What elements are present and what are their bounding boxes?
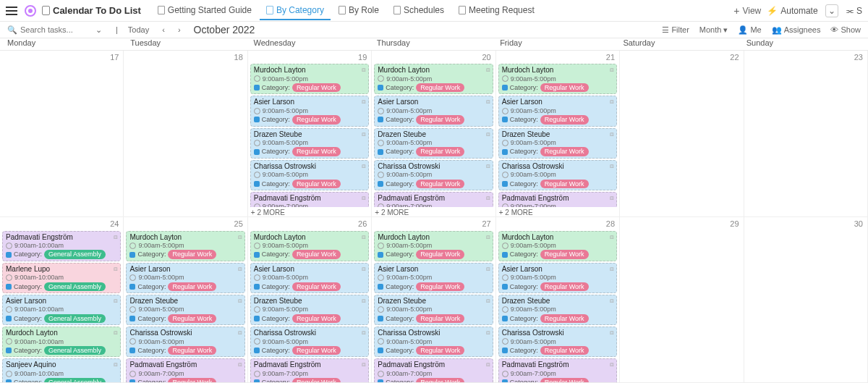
event-card[interactable]: Drazen Steube9:00am-5:00pmCategory:Regul…	[126, 295, 244, 325]
day-cell[interactable]: 30	[744, 217, 868, 384]
day-cell[interactable]: 22	[620, 51, 744, 217]
automate-button[interactable]: ⚡Automate	[767, 6, 817, 16]
event-action-icon[interactable]: ⧈	[610, 130, 614, 138]
event-card[interactable]: Asier Larson9:00am-5:00pmCategory:Regula…	[126, 263, 244, 293]
event-action-icon[interactable]: ⧈	[362, 297, 366, 304]
event-action-icon[interactable]: ⧈	[114, 233, 118, 240]
event-action-icon[interactable]: ⧈	[362, 162, 366, 169]
tab-schedules[interactable]: Schedules	[387, 1, 451, 20]
event-action-icon[interactable]: ⧈	[486, 265, 490, 272]
day-cell[interactable]: 28Murdoch Layton9:00am-5:00pmCategory:Re…	[496, 217, 620, 384]
more-events-link[interactable]: + 2 MORE	[372, 207, 495, 216]
event-action-icon[interactable]: ⧈	[486, 98, 490, 105]
event-action-icon[interactable]: ⧈	[362, 233, 366, 240]
event-action-icon[interactable]: ⧈	[238, 329, 242, 336]
assignees-button[interactable]: 👥 Assignees	[772, 25, 821, 35]
event-card[interactable]: Charissa Ostrowski9:00am-5:00pmCategory:…	[250, 160, 369, 190]
day-cell[interactable]: 29	[620, 217, 744, 384]
event-card[interactable]: Murdoch Layton9:00am-5:00pmCategory:Regu…	[250, 231, 369, 261]
event-card[interactable]: Padmavati Engström9:00am-7:00pmCategory:…	[498, 358, 617, 382]
day-cell[interactable]: 23	[744, 51, 868, 217]
tab-getting-started-guide[interactable]: Getting Started Guide	[151, 1, 258, 20]
prev-month-button[interactable]: ‹	[159, 24, 168, 35]
event-action-icon[interactable]: ⧈	[486, 162, 490, 169]
event-action-icon[interactable]: ⧈	[610, 194, 614, 201]
event-card[interactable]: Sanjeev Aquino9:00am-10:00amCategory:Gen…	[2, 358, 121, 382]
add-view-button[interactable]: +View	[728, 3, 767, 19]
search-dropdown-icon[interactable]: ⌄	[95, 25, 102, 35]
month-select[interactable]: Month ▾	[699, 25, 728, 35]
event-action-icon[interactable]: ⧈	[610, 162, 614, 169]
filter-button[interactable]: ☰ Filter	[662, 25, 689, 35]
event-action-icon[interactable]: ⧈	[362, 130, 366, 138]
event-action-icon[interactable]: ⧈	[610, 297, 614, 304]
event-card[interactable]: Charissa Ostrowski9:00am-5:00pmCategory:…	[126, 327, 244, 357]
event-card[interactable]: Drazen Steube9:00am-5:00pmCategory:Regul…	[250, 128, 369, 159]
menu-icon[interactable]	[6, 4, 19, 17]
event-card[interactable]: Charissa Ostrowski9:00am-5:00pmCategory:…	[498, 160, 617, 190]
event-action-icon[interactable]: ⧈	[486, 194, 490, 201]
event-card[interactable]: Padmavati Engström9:00am-7:00pmCategory:…	[250, 358, 369, 382]
day-cell[interactable]: 17	[0, 51, 124, 217]
event-card[interactable]: Padmavati Engström9:00am-7:00pmCategory:…	[498, 192, 617, 207]
event-card[interactable]: Charissa Ostrowski9:00am-5:00pmCategory:…	[374, 160, 493, 190]
event-action-icon[interactable]: ⧈	[238, 361, 242, 368]
day-cell[interactable]: 27Murdoch Layton9:00am-5:00pmCategory:Re…	[372, 217, 495, 384]
event-action-icon[interactable]: ⧈	[238, 233, 242, 240]
app-logo-icon[interactable]	[25, 5, 36, 17]
event-card[interactable]: Asier Larson9:00am-5:00pmCategory:Regula…	[250, 96, 369, 126]
event-action-icon[interactable]: ⧈	[486, 130, 490, 138]
tab-by-role[interactable]: By Role	[332, 1, 386, 20]
event-card[interactable]: Padmavati Engström9:00am-7:00pmCategory:…	[374, 192, 493, 207]
event-card[interactable]: Murdoch Layton9:00am-5:00pmCategory:Regu…	[126, 231, 244, 261]
event-action-icon[interactable]: ⧈	[362, 361, 366, 368]
event-action-icon[interactable]: ⧈	[114, 361, 118, 368]
event-card[interactable]: Charissa Ostrowski9:00am-5:00pmCategory:…	[498, 327, 617, 357]
event-card[interactable]: Asier Larson9:00am-5:00pmCategory:Regula…	[250, 263, 369, 293]
event-action-icon[interactable]: ⧈	[610, 98, 614, 105]
next-month-button[interactable]: ›	[175, 24, 184, 35]
event-action-icon[interactable]: ⧈	[486, 66, 490, 73]
search-input[interactable]	[20, 25, 93, 34]
event-card[interactable]: Asier Larson9:00am-10:00amCategory:Gener…	[2, 295, 121, 325]
event-card[interactable]: Asier Larson9:00am-5:00pmCategory:Regula…	[374, 263, 493, 293]
event-action-icon[interactable]: ⧈	[610, 66, 614, 73]
event-action-icon[interactable]: ⧈	[486, 361, 490, 368]
event-action-icon[interactable]: ⧈	[610, 361, 614, 368]
day-cell[interactable]: 21Murdoch Layton9:00am-5:00pmCategory:Re…	[496, 51, 620, 217]
event-action-icon[interactable]: ⧈	[486, 233, 490, 240]
event-action-icon[interactable]: ⧈	[362, 66, 366, 73]
event-card[interactable]: Murdoch Layton9:00am-5:00pmCategory:Regu…	[498, 231, 617, 261]
day-cell[interactable]: 26Murdoch Layton9:00am-5:00pmCategory:Re…	[248, 217, 372, 384]
more-events-link[interactable]: + 2 MORE	[248, 207, 371, 216]
event-card[interactable]: Padmavati Engström9:00am-10:00amCategory…	[2, 231, 121, 261]
tab-by-category[interactable]: By Category	[260, 1, 331, 20]
event-card[interactable]: Murdoch Layton9:00am-5:00pmCategory:Regu…	[374, 231, 493, 261]
event-action-icon[interactable]: ⧈	[238, 297, 242, 304]
event-action-icon[interactable]: ⧈	[238, 265, 242, 272]
event-card[interactable]: Padmavati Engström9:00am-7:00pmCategory:…	[374, 358, 493, 382]
event-card[interactable]: Drazen Steube9:00am-5:00pmCategory:Regul…	[498, 295, 617, 325]
event-card[interactable]: Murdoch Layton9:00am-5:00pmCategory:Regu…	[374, 64, 493, 94]
event-action-icon[interactable]: ⧈	[486, 297, 490, 304]
event-action-icon[interactable]: ⧈	[362, 265, 366, 272]
show-button[interactable]: 👁 Show	[830, 25, 861, 34]
day-cell[interactable]: 18	[124, 51, 247, 217]
event-card[interactable]: Murdoch Layton9:00am-5:00pmCategory:Regu…	[250, 64, 369, 94]
event-action-icon[interactable]: ⧈	[362, 329, 366, 336]
event-card[interactable]: Drazen Steube9:00am-5:00pmCategory:Regul…	[374, 295, 493, 325]
day-cell[interactable]: 24Padmavati Engström9:00am-10:00amCatego…	[0, 217, 124, 384]
event-card[interactable]: Marlene Lupo9:00am-10:00amCategory:Gener…	[2, 263, 121, 293]
today-button[interactable]: Today	[125, 24, 152, 35]
event-card[interactable]: Charissa Ostrowski9:00am-5:00pmCategory:…	[374, 327, 493, 357]
event-card[interactable]: Asier Larson9:00am-5:00pmCategory:Regula…	[498, 96, 617, 126]
day-cell[interactable]: 20Murdoch Layton9:00am-5:00pmCategory:Re…	[372, 51, 495, 217]
event-card[interactable]: Murdoch Layton9:00am-5:00pmCategory:Regu…	[498, 64, 617, 94]
dropdown-chevron[interactable]: ⌄	[825, 4, 838, 17]
event-action-icon[interactable]: ⧈	[610, 233, 614, 240]
day-cell[interactable]: 25Murdoch Layton9:00am-5:00pmCategory:Re…	[124, 217, 247, 384]
event-action-icon[interactable]: ⧈	[114, 265, 118, 272]
day-cell[interactable]: 19Murdoch Layton9:00am-5:00pmCategory:Re…	[248, 51, 372, 217]
event-card[interactable]: Padmavati Engström9:00am-7:00pmCategory:…	[126, 358, 244, 382]
more-events-link[interactable]: + 2 MORE	[496, 207, 619, 216]
